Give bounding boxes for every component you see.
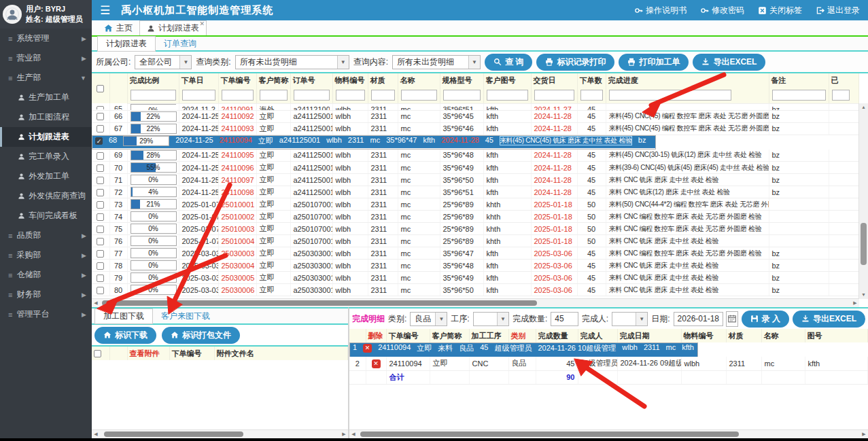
scroll-down-icon[interactable]: ▼ (859, 291, 868, 299)
scroll-right-icon[interactable]: ▶ (340, 430, 348, 438)
sidebar-item-2-3[interactable]: 完工单录入 (0, 147, 92, 166)
checkbox-icon[interactable] (97, 125, 104, 133)
completion-row[interactable]: 2✕24110094立即CNC良品45超级管理员2024-11-26 09超级管… (349, 357, 868, 370)
process-select[interactable]: ▼ (473, 312, 509, 326)
row-select-cell[interactable] (92, 103, 109, 110)
scroll-left-icon[interactable]: ◀ (349, 430, 358, 438)
tab-plan-followup[interactable]: 计划跟进表 ✕ (139, 20, 207, 35)
checkbox-icon[interactable] (97, 113, 104, 120)
column-filter-input[interactable] (294, 90, 330, 101)
checkbox-icon[interactable]: ✓ (95, 137, 103, 145)
vertical-scrollbar[interactable]: ▲ ▼ (858, 103, 868, 299)
delete-cell[interactable]: ✕ (360, 343, 375, 357)
query-content-select[interactable]: 所有未出货明细 ▼ (392, 55, 481, 69)
checkbox-icon[interactable] (97, 213, 104, 221)
sidebar-item-2-5[interactable]: 外发供应商查询 (0, 186, 92, 206)
sidebar-group-3[interactable]: ≡品质部▶ (0, 226, 92, 245)
attachment-hscrollbar[interactable]: ◀ ▶ (92, 429, 348, 438)
checkbox-icon[interactable] (97, 164, 104, 172)
sidebar-group-1[interactable]: ≡营业部▶ (0, 48, 92, 68)
plan-table-row[interactable]: 650%2024-11-2124110091海外a241121002wlbh23… (92, 103, 859, 110)
date-input[interactable]: 2026-01-18 (674, 312, 723, 326)
row-select-cell[interactable] (92, 162, 109, 174)
checkbox-icon[interactable] (94, 350, 101, 357)
export-excel-button[interactable]: 导出EXCEL (693, 54, 765, 71)
horizontal-scroll-thumb[interactable] (102, 300, 537, 306)
plan-table-row[interactable]: 740%2025-01-0725010002立即a250107001wlbh23… (92, 211, 859, 223)
column-filter-input[interactable] (443, 90, 481, 101)
print-workorder-button[interactable]: 打印加工单 (619, 54, 689, 71)
plan-table-row[interactable]: 790%2025-03-0325030005立即a250303001wlbh23… (92, 272, 859, 284)
row-select-cell[interactable] (92, 186, 109, 198)
menu-toggle-icon[interactable]: ☰ (100, 3, 110, 18)
checkbox-icon[interactable] (97, 85, 104, 92)
row-select-cell[interactable] (92, 198, 109, 211)
subtab-plan-followup[interactable]: 计划跟进表 (97, 36, 156, 52)
column-filter-input[interactable] (580, 90, 603, 101)
row-select-cell[interactable] (92, 122, 109, 135)
checkbox-icon[interactable] (97, 177, 104, 184)
person-select[interactable]: ▼ (612, 312, 648, 326)
tab-home[interactable]: 主页 (97, 20, 139, 35)
sidebar-group-6[interactable]: ≡财务部▶ (0, 285, 92, 304)
horizontal-scroll-thumb[interactable] (104, 431, 243, 437)
column-filter-input[interactable] (401, 90, 437, 101)
row-select-cell[interactable]: ✓ (92, 136, 106, 148)
row-select-cell[interactable] (92, 284, 109, 296)
checkbox-icon[interactable] (97, 189, 104, 196)
completion-row[interactable]: 1✕24110094立即来料良品45超级管理员2024-11-26 10超级管理… (349, 342, 698, 357)
scroll-up-icon[interactable]: ▲ (859, 103, 868, 111)
column-filter-input[interactable] (371, 90, 395, 101)
delete-cell[interactable]: ✕ (366, 357, 386, 370)
plan-table-row[interactable]: 6622%2024-11-2524110092立即a241125001wlbh2… (92, 110, 859, 122)
tab-close-icon[interactable]: ✕ (199, 21, 205, 27)
sidebar-group-0[interactable]: ≡系统管理▶ (0, 29, 92, 48)
plan-table-row[interactable]: 6722%2024-11-2524110093立即a241125001wlbh2… (92, 122, 859, 135)
query-type-select[interactable]: 所有未出货明细 ▼ (235, 55, 349, 69)
column-filter-input[interactable] (260, 90, 288, 101)
sidebar-item-2-2[interactable]: 计划跟进表 (0, 127, 92, 147)
completion-hscrollbar[interactable]: ◀ ▶ (349, 429, 868, 438)
row-select-cell[interactable] (92, 211, 109, 223)
plan-table-row[interactable]: 710%2024-11-2524110097立即a241125001wlbh23… (92, 174, 859, 186)
column-filter-input[interactable] (609, 90, 731, 101)
column-filter-input[interactable] (832, 90, 850, 101)
mark-record-print-button[interactable]: 标识记录打印 (536, 54, 614, 71)
row-select-cell[interactable] (92, 247, 109, 260)
column-filter-input[interactable] (534, 90, 574, 101)
plan-table-row[interactable]: 750%2025-01-0725010003立即a250107001wlbh23… (92, 223, 859, 235)
column-filter-input[interactable] (131, 90, 176, 101)
calendar-button[interactable] (726, 311, 738, 327)
checkbox-icon[interactable] (97, 226, 104, 233)
mark-download-button[interactable]: 标识下载 (94, 327, 156, 344)
row-select-cell[interactable] (92, 260, 109, 272)
plan-table-row[interactable]: 6928%2024-11-2524110095立即a241125001wlbh2… (92, 149, 859, 162)
checkbox-icon[interactable] (97, 201, 104, 209)
checkbox-icon[interactable] (97, 287, 104, 294)
delete-icon[interactable]: ✕ (363, 344, 372, 353)
column-filter-input[interactable] (336, 90, 365, 101)
scroll-left-icon[interactable]: ◀ (92, 430, 100, 438)
entry-button[interactable]: 录 入 (742, 311, 789, 328)
checkbox-icon[interactable] (97, 250, 104, 258)
topbar-link-close-square[interactable]: 关闭标签 (758, 5, 802, 16)
row-select-cell[interactable] (92, 235, 109, 247)
select-all-cell[interactable] (92, 73, 109, 103)
category-select[interactable]: 良品 ▼ (410, 312, 447, 326)
scroll-right-icon[interactable]: ▶ (851, 299, 859, 307)
search-button[interactable]: 查 询 (485, 54, 532, 71)
sidebar-group-7[interactable]: ≡管理平台▶ (0, 304, 92, 324)
subtab-order-query[interactable]: 订单查询 (156, 37, 205, 51)
company-select[interactable]: 全部公司 ▼ (135, 55, 192, 69)
scroll-right-icon[interactable]: ▶ (860, 430, 868, 438)
checkbox-icon[interactable] (97, 275, 104, 282)
column-filter-input[interactable] (182, 90, 215, 101)
export-excel-button-bottom[interactable]: 导出EXCEL (793, 311, 865, 328)
column-filter-input[interactable] (772, 90, 826, 101)
topbar-link-key[interactable]: 修改密码 (700, 5, 744, 16)
plan-table-row[interactable]: 724%2024-11-2524110098立即a241125001wlbh23… (92, 186, 859, 198)
plan-table-row[interactable]: 760%2025-01-0725010004立即a250107001wlbh23… (92, 235, 859, 247)
row-select-cell[interactable] (92, 223, 109, 235)
plan-table-row[interactable]: 7321%2025-01-0725010001立即a250107001wlbh2… (92, 198, 859, 211)
row-select-cell[interactable] (92, 174, 109, 186)
